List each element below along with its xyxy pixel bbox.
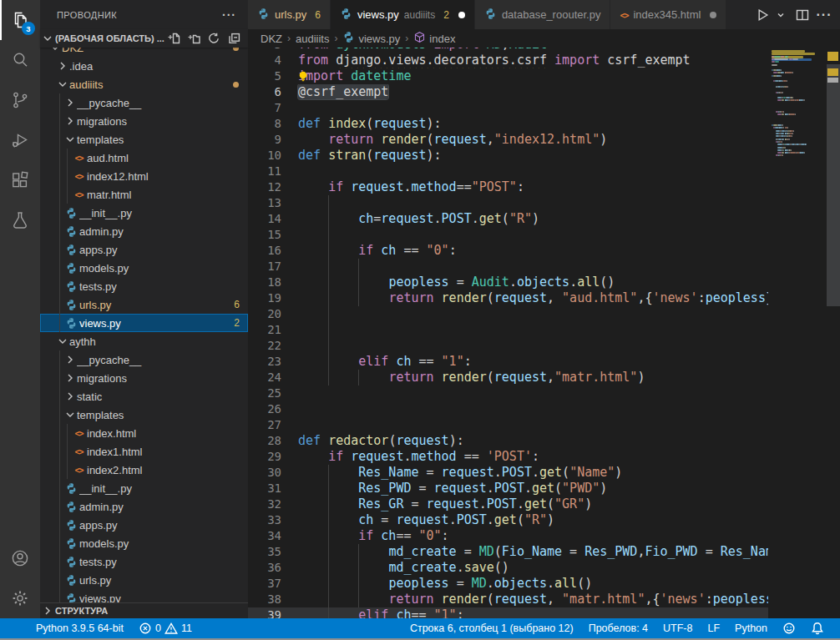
line-number[interactable]: 9 — [248, 132, 281, 148]
tab-database-roouter-py[interactable]: database_roouter.py — [475, 0, 611, 29]
tree-item-aud-html[interactable]: <>aud.html — [40, 149, 248, 167]
tree-item-aythh[interactable]: aythh — [40, 332, 248, 350]
chevron-down-icon[interactable] — [56, 75, 69, 93]
line-number[interactable]: 11 — [248, 164, 281, 179]
code-line-9[interactable]: 9 return render(request,"index12.html") — [248, 132, 768, 148]
lightbulb-icon[interactable] — [297, 70, 309, 84]
chevron-right-icon[interactable] — [63, 369, 77, 387]
line-number[interactable]: 39 — [248, 607, 281, 618]
scrollbar-thumb[interactable] — [827, 64, 840, 306]
code-line-24[interactable]: 24 return render(request,"matr.html") — [248, 370, 768, 386]
code-line-7[interactable]: 7 — [248, 100, 768, 116]
chevron-right-icon[interactable] — [63, 387, 77, 406]
line-number[interactable]: 24 — [248, 370, 281, 386]
status-eol[interactable]: LF — [700, 618, 727, 638]
tree-item-admin-py[interactable]: admin.py — [40, 497, 248, 516]
tree-item-migrations[interactable]: migrations — [40, 112, 248, 130]
code-line-25[interactable]: 25 — [248, 386, 768, 401]
code-line-33[interactable]: 33 ch = request.POST.get("R") — [248, 512, 768, 528]
split-editor-button[interactable] — [793, 6, 812, 24]
line-number[interactable]: 17 — [248, 259, 281, 275]
code-line-27[interactable]: 27 — [248, 417, 768, 433]
new-folder-button[interactable] — [186, 31, 201, 46]
line-number[interactable]: 30 — [248, 465, 281, 481]
code-line-37[interactable]: 37 peopless = MD.objects.all() — [248, 576, 768, 592]
line-number[interactable]: 35 — [248, 544, 281, 560]
tree-item-migrations[interactable]: migrations — [40, 369, 248, 387]
explorer-more-actions-button[interactable]: ··· — [222, 8, 236, 22]
code-line-19[interactable]: 19 return render(request, "aud.html",{'n… — [248, 290, 768, 306]
chevron-right-icon[interactable] — [63, 350, 77, 369]
tree-item-tests-py[interactable]: tests.py — [40, 552, 248, 571]
breadcrumb-item-index[interactable]: index — [413, 31, 455, 46]
activity-bar-extensions[interactable] — [0, 160, 40, 200]
line-number[interactable]: 8 — [248, 116, 281, 132]
tree-item-urls-py[interactable]: urls.py6 — [40, 295, 248, 314]
breadcrumb-item-views-py[interactable]: views.py — [342, 31, 400, 46]
code-line-10[interactable]: 10def stran(request): — [248, 148, 768, 164]
code-line-29[interactable]: 29 if request.method == 'POST': — [248, 449, 768, 465]
line-number[interactable]: 33 — [248, 512, 281, 528]
code-line-39[interactable]: 39 elif ch== "1": — [248, 607, 768, 618]
workspace-section-header[interactable]: (РАБОЧАЯ ОБЛАСТЬ) ... — [40, 29, 248, 48]
line-number[interactable]: 28 — [248, 433, 281, 449]
status-cursor-position[interactable]: Строка 6, столбец 1 (выбрано 12) — [402, 618, 581, 638]
status-python-interpreter[interactable]: Python 3.9.5 64-bit — [28, 618, 131, 638]
tree-item-templates[interactable]: templates — [40, 406, 248, 424]
tree-item-apps-py[interactable]: apps.py — [40, 240, 248, 259]
line-number[interactable]: 34 — [248, 528, 281, 544]
tree-item-index2-html[interactable]: <>index2.html — [40, 461, 248, 479]
line-number[interactable]: 29 — [248, 449, 281, 465]
line-number[interactable]: 7 — [248, 100, 281, 116]
code-line-17[interactable]: 17 — [248, 259, 768, 275]
tree-item--pycache-[interactable]: __pycache__ — [40, 93, 248, 112]
tree-item-matr-html[interactable]: <>matr.html — [40, 185, 248, 204]
status-notifications[interactable] — [803, 618, 832, 638]
tab-index345-html[interactable]: <>index345.html — [610, 0, 726, 29]
tree-item-index-html[interactable]: <>index.html — [40, 424, 248, 442]
tree-item--init-py[interactable]: __init__.py — [40, 204, 248, 222]
code-line-16[interactable]: 16 if ch == "0": — [248, 243, 768, 259]
line-number[interactable]: 20 — [248, 306, 281, 322]
code-line-26[interactable]: 26 — [248, 401, 768, 417]
code-line-8[interactable]: 8def index(request): — [248, 116, 768, 132]
tree-item--init-py[interactable]: __init__.py — [40, 479, 248, 497]
code-line-13[interactable]: 13 — [248, 195, 768, 211]
line-number[interactable]: 22 — [248, 338, 281, 354]
line-number[interactable]: 31 — [248, 481, 281, 496]
tab-views-py[interactable]: views.pyaudiiits2 — [331, 0, 475, 29]
refresh-explorer-button[interactable] — [206, 31, 221, 46]
line-number[interactable]: 5 — [248, 68, 281, 84]
tree-item-admin-py[interactable]: admin.py — [40, 222, 248, 240]
activity-bar-testing[interactable] — [0, 200, 40, 240]
tree-item-tests-py[interactable]: tests.py — [40, 277, 248, 295]
line-number[interactable]: 16 — [248, 243, 281, 259]
chevron-down-icon[interactable] — [56, 332, 69, 350]
breadcrumb-item-audiiits[interactable]: audiiits — [296, 33, 329, 45]
code-line-31[interactable]: 31 Res_PWD = request.POST.get("PWD") — [248, 481, 768, 496]
tree-item-views-py[interactable]: views.py — [40, 589, 248, 602]
status-language-mode[interactable]: Python — [727, 618, 775, 638]
tree-item-templates[interactable]: templates — [40, 130, 248, 149]
code-editor[interactable]: 3from aythh.models import MD,Audit4from … — [248, 48, 768, 618]
line-number[interactable]: 21 — [248, 322, 281, 338]
code-line-22[interactable]: 22 — [248, 338, 768, 354]
tab-urls-py[interactable]: urls.py6 — [248, 0, 331, 29]
code-line-15[interactable]: 15 — [248, 227, 768, 243]
status-indentation[interactable]: Пробелов: 4 — [581, 618, 655, 638]
line-number[interactable]: 37 — [248, 576, 281, 592]
activity-bar-source-control[interactable] — [0, 80, 40, 120]
chevron-down-icon[interactable] — [63, 130, 77, 149]
line-number[interactable]: 36 — [248, 560, 281, 576]
line-number[interactable]: 14 — [248, 211, 281, 227]
code-line-18[interactable]: 18 peopless = Audit.objects.all() — [248, 275, 768, 290]
line-number[interactable]: 10 — [248, 148, 281, 164]
run-dropdown-button[interactable] — [772, 6, 790, 24]
code-line-35[interactable]: 35 md_create = MD(Fio_Name = Res_PWD,Fio… — [248, 544, 768, 560]
line-number[interactable]: 23 — [248, 354, 281, 370]
line-number[interactable]: 27 — [248, 417, 281, 433]
tree-item-audiiits[interactable]: audiiits — [40, 75, 248, 93]
tree-item-apps-py[interactable]: apps.py — [40, 516, 248, 534]
chevron-right-icon[interactable] — [63, 93, 77, 112]
collapse-folders-button[interactable] — [226, 31, 241, 46]
